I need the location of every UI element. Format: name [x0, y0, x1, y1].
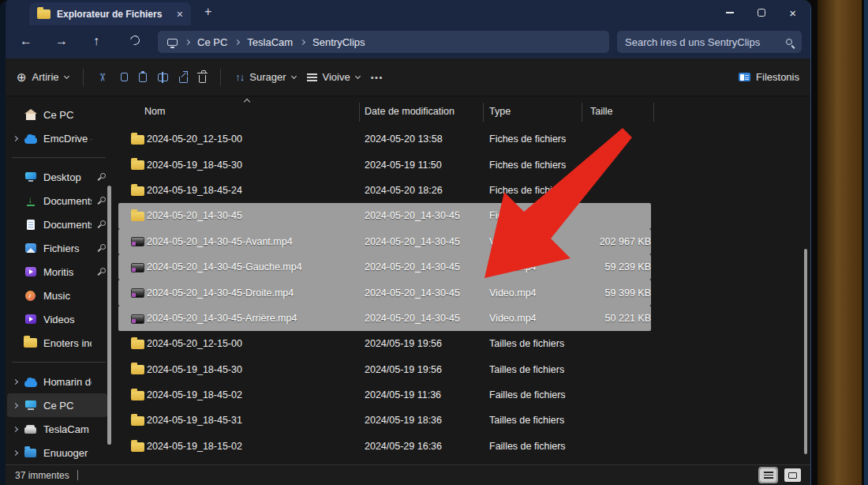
- sidebar-scrollbar[interactable]: [107, 186, 111, 445]
- sidebar-item[interactable]: Documents: [7, 189, 107, 212]
- sidebar-item[interactable]: Homarin de sh: [7, 370, 107, 393]
- file-type: Video.mp4: [489, 313, 582, 324]
- table-row[interactable]: 2024-05-20_12-15-00 2024/05-19 19:56 Tai…: [118, 331, 651, 356]
- sidebar-item[interactable]: Moritis: [7, 260, 107, 284]
- table-row[interactable]: 2024-05-20_12-15-00 2024-05-20 13:58 Fic…: [118, 126, 651, 152]
- table-row[interactable]: 2024-05-19_18-45-30 2024-05-19 11:50 Fic…: [118, 152, 651, 177]
- cut-button[interactable]: ✂: [98, 71, 107, 84]
- column-header-date[interactable]: Date de modification: [365, 106, 455, 117]
- breadcrumb-segment-ce-pc[interactable]: Ce PC: [197, 36, 227, 48]
- thumbnail-view-button[interactable]: [784, 468, 801, 482]
- file-list-pane: Nom Date de modification Type Taille 202…: [118, 96, 810, 464]
- table-row[interactable]: 2024-05-20_14-30-45-Gauche.mp4 2024-05-2…: [118, 254, 651, 280]
- sidebar-item[interactable]: Music: [7, 284, 107, 307]
- file-date: 2024-05-20_14-30-45: [365, 236, 489, 247]
- explorer-tab[interactable]: Explorateur de Fichiers ×: [29, 2, 191, 25]
- address-bar[interactable]: Ce PC TeslaCam SentryClips: [158, 31, 609, 53]
- file-type: Video.mp4: [489, 288, 582, 299]
- device-icon: [167, 39, 178, 46]
- new-tab-button[interactable]: +: [204, 5, 211, 19]
- search-icon[interactable]: [786, 39, 792, 45]
- table-row[interactable]: 2024-05-19_18-45-31 2024/05-19 18:36 Tai…: [118, 408, 651, 433]
- file-date: 2024-05-19 11:50: [365, 160, 489, 171]
- file-icon: [131, 237, 144, 246]
- content-area: Ce PC EmcDrive - Pa: [6, 96, 810, 464]
- search-input[interactable]: Search ires d uns SentryClips: [625, 36, 760, 48]
- expand-chevron-icon[interactable]: [13, 426, 18, 431]
- more-options-button[interactable]: •••: [371, 73, 383, 82]
- sort-button[interactable]: ↑↓ Surager: [235, 71, 295, 83]
- file-date: 2024-05-20_14-30-45: [365, 261, 489, 273]
- table-row[interactable]: 2024-05-19_18-15-02 2024/05-29 16:36 Fai…: [118, 434, 651, 459]
- sidebar-item[interactable]: Fichiers: [7, 236, 107, 260]
- table-row[interactable]: 2024-05-20_12-15-01 2024/05-20 18:16 Tai…: [118, 459, 651, 464]
- sidebar-item[interactable]: Videos: [7, 307, 107, 331]
- table-row[interactable]: 2024-05-20_14-30-45 2024-05-20_14-30-45 …: [118, 203, 651, 228]
- up-button[interactable]: ↑: [93, 32, 99, 50]
- column-header-size[interactable]: Taille: [590, 106, 613, 117]
- table-row[interactable]: 2024-05-20_14-30-45-Arrière.mp4 2024-05-…: [118, 306, 651, 331]
- paste-button[interactable]: [139, 73, 147, 82]
- sidebar-item-icon: [25, 314, 36, 324]
- cut-icon: ✂: [95, 73, 108, 82]
- sidebar-item[interactable]: Enuuoger: [7, 441, 107, 464]
- sidebar-item[interactable]: Documents: [7, 212, 107, 236]
- close-icon[interactable]: ×: [789, 7, 796, 19]
- chevron-right-icon: [185, 39, 190, 44]
- share-button[interactable]: [179, 72, 188, 83]
- file-date: 2024/05-19 19:56: [365, 364, 489, 375]
- expand-chevron-icon[interactable]: [13, 378, 18, 384]
- sidebar-item-icon: [24, 381, 37, 387]
- table-row[interactable]: 2024-05-19_18-45-30 2024/05-19 19:56 Tai…: [118, 357, 651, 382]
- file-name: 2024-05-19_18-45-02: [147, 389, 365, 400]
- sidebar-item[interactable]: TeslaCam: [7, 417, 107, 441]
- maximize-icon[interactable]: [758, 9, 765, 17]
- file-type: Tailles de fichiers: [489, 415, 582, 426]
- sidebar-item-label: Ce PC: [43, 109, 92, 121]
- table-row[interactable]: 2024-05-20_14-30-45-Droite.mp4 2024-05-2…: [118, 280, 651, 305]
- file-date: 2024/05-19 18:36: [365, 415, 489, 426]
- file-date: 2024-05-20_14-30-45: [365, 288, 489, 299]
- search-box[interactable]: Search ires d uns SentryClips: [617, 31, 802, 53]
- sidebar-divider: [12, 362, 106, 363]
- refresh-icon[interactable]: [129, 34, 141, 47]
- column-divider[interactable]: [359, 103, 360, 122]
- copy-button[interactable]: [118, 73, 128, 81]
- breadcrumb-segment-sentryclips[interactable]: SentryClips: [312, 36, 365, 48]
- file-name: 2024-05-20_12-15-00: [147, 338, 365, 349]
- back-button[interactable]: ←: [20, 32, 32, 50]
- sidebar-item[interactable]: Ce PC: [7, 393, 107, 417]
- sidebar-item[interactable]: Desktop: [7, 165, 107, 189]
- column-divider[interactable]: [653, 103, 654, 122]
- pin-icon: [98, 268, 106, 276]
- sidebar-item[interactable]: Enoters includ: [7, 331, 107, 355]
- rename-button[interactable]: [158, 73, 168, 81]
- column-header-type[interactable]: Type: [489, 106, 511, 117]
- file-date: 2024-05-20 13:58: [365, 133, 489, 145]
- sidebar-item-icon: [26, 196, 36, 206]
- forward-button[interactable]: →: [55, 32, 68, 50]
- view-button[interactable]: Vioive: [307, 71, 360, 83]
- file-list-scrollbar[interactable]: [804, 249, 807, 454]
- table-row[interactable]: 2024-05-20_14-30-45-Avant.mp4 2024-05-20…: [118, 229, 651, 254]
- tab-close-icon[interactable]: ×: [177, 9, 183, 20]
- new-button[interactable]: ⊕ Artirie: [17, 70, 69, 85]
- details-view-button[interactable]: [760, 468, 776, 482]
- column-header-name[interactable]: Nom: [144, 106, 165, 117]
- table-row[interactable]: 2024-05-19_18-45-02 2024/05-19 11:36 Fai…: [118, 382, 651, 408]
- breadcrumb-segment-teslacam[interactable]: TeslaCam: [247, 36, 293, 48]
- sidebar-item[interactable]: Ce PC: [7, 103, 107, 126]
- column-divider[interactable]: [483, 103, 484, 122]
- file-name: 2024-05-19_18-45-30: [147, 160, 365, 171]
- details-pane-button[interactable]: Filestonis: [739, 71, 799, 83]
- expand-chevron-icon[interactable]: [13, 402, 18, 408]
- expand-chevron-icon[interactable]: [13, 135, 18, 141]
- new-icon: ⊕: [17, 70, 27, 85]
- column-divider[interactable]: [582, 103, 582, 122]
- table-row[interactable]: 2024-05-19_18-45-24 2024-05-20 18:26 Fic…: [118, 178, 651, 203]
- sidebar-item[interactable]: EmcDrive - Pa: [7, 126, 107, 150]
- delete-button[interactable]: [199, 72, 206, 83]
- minimize-icon[interactable]: [726, 12, 734, 13]
- expand-chevron-icon[interactable]: [13, 449, 18, 455]
- file-size: 202 967 KB: [582, 236, 651, 247]
